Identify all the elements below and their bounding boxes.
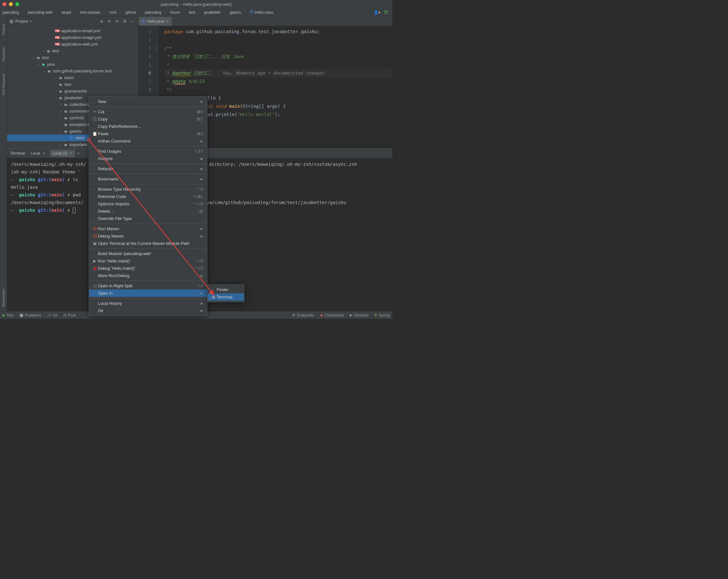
tree-folder[interactable]: ›🖿guavacache [7, 88, 138, 94]
breadcrumb-item[interactable]: paicoding-web [26, 9, 54, 15]
menu-run-hello[interactable]: ▶Run 'Hello.main()'⌃⇧R [89, 257, 207, 265]
run-tool-button[interactable]: ▶Run [3, 313, 14, 318]
class-icon [70, 136, 73, 140]
tree-folder[interactable]: ⌄🖿com.github.paicoding.forum.test [7, 67, 138, 74]
hide-icon[interactable]: — [130, 19, 136, 24]
yml-icon: YML [55, 29, 60, 32]
spring-tool-button[interactable]: ❋Spring [374, 313, 390, 318]
breadcrumb-item[interactable]: com [108, 9, 118, 15]
collapse-all-icon[interactable]: ⇄ [115, 19, 120, 24]
package-icon: 🖿 [58, 89, 63, 93]
tree-folder[interactable]: ›🖿basic [7, 74, 138, 81]
services-tool-button[interactable]: ▶Services [349, 313, 368, 318]
tree-file[interactable]: YMLapplication-image.yml [7, 34, 138, 41]
close-icon[interactable]: × [70, 151, 72, 156]
package-icon: 🖿 [63, 116, 68, 120]
breadcrumb-item[interactable]: forum [169, 9, 182, 15]
tree-folder[interactable]: ›🖿test [7, 48, 138, 54]
tree-folder[interactable]: ›🖿dao [7, 81, 138, 88]
tree-folder[interactable]: ⌄🖿java [7, 61, 138, 67]
menu-reformat-code[interactable]: Reformat Code⌥⌘L [89, 193, 207, 200]
menu-delete[interactable]: Delete…⌫ [89, 208, 207, 215]
select-opened-file-icon[interactable]: ⊕ [100, 19, 105, 24]
problems-tool-button[interactable]: ⬤Problems [20, 313, 41, 318]
close-icon[interactable]: × [43, 151, 45, 156]
sidebar-header: ▥ Project ▾ ⊕ ⇆ ⇄ ⚙ — [7, 17, 138, 26]
breadcrumb-item[interactable]: javabetter [203, 9, 223, 15]
breadcrumb-file[interactable]: Hello.class [249, 9, 275, 15]
bookmarks-tool-tab[interactable]: Bookmarks [1, 288, 6, 308]
run-icon: ▶ [92, 258, 98, 264]
package-icon: 🖿 [58, 96, 63, 100]
terminal-tab-local[interactable]: Local× [28, 150, 48, 157]
close-window-button[interactable] [3, 2, 6, 6]
menu-cut[interactable]: ✂Cut⌘X [89, 108, 207, 115]
package-icon: 🖿 [63, 130, 68, 133]
endpoints-tool-button[interactable]: 🗗Endpoints [292, 313, 314, 318]
project-icon: ▥ [9, 19, 14, 24]
breadcrumb-item[interactable]: test-classes [79, 9, 101, 15]
menu-copy-path[interactable]: Copy Path/Reference… [89, 123, 207, 130]
menu-more-run-debug[interactable]: More Run/Debug▶ [89, 272, 207, 279]
menu-debug-hello[interactable]: 🐞Debug 'Hello.main()'⌃⇧D [89, 265, 207, 272]
left-bottom-tool-strip: Bookmarks [0, 285, 7, 311]
close-tab-icon[interactable]: × [166, 19, 169, 24]
menu-open-right-split[interactable]: ◫Open in Right Split⇧⏎ [89, 282, 207, 290]
menu-optimize-imports[interactable]: Optimize Imports⌃⌥O [89, 200, 207, 208]
yml-icon: YML [55, 36, 60, 39]
pull-requests-tool-tab[interactable]: Pull Requests [1, 72, 6, 96]
tree-file[interactable]: YMLapplication-web.yml [7, 41, 138, 48]
submenu-terminal[interactable]: ▣Terminal [208, 293, 244, 301]
breadcrumb-bar: paicoding〉 paicoding-web〉 target〉 test-c… [0, 8, 392, 17]
breadcrumb-item[interactable]: paicoding [144, 9, 162, 15]
menu-refactor[interactable]: Refactor▶ [89, 165, 207, 172]
menu-paste[interactable]: 📋Paste⌘V [89, 130, 207, 137]
breadcrumb-item[interactable]: paicoding [1, 9, 20, 15]
project-view-select[interactable]: ▥ Project ▾ [9, 19, 32, 24]
menu-find-usages[interactable]: Find Usages⌥F7 [89, 148, 207, 155]
paste-icon: 📋 [92, 131, 98, 136]
menu-local-history[interactable]: Local History▶ [89, 300, 207, 307]
terminal-tab-local2[interactable]: Local (2)× [50, 150, 75, 157]
menu-git[interactable]: Git▶ [89, 307, 207, 314]
add-terminal-icon[interactable]: + [77, 151, 79, 156]
user-icon[interactable]: 👤▾ [373, 10, 380, 15]
menu-open-in[interactable]: Open In▶ [89, 290, 207, 297]
menu-open-terminal-maven[interactable]: ▣Open Terminal at the Current Maven Modu… [89, 240, 207, 247]
toolbar-right: 👤▾ ⚒ [373, 9, 391, 16]
breadcrumb-item[interactable]: target [60, 9, 73, 15]
menu-copy[interactable]: ⿻Copy⌘C [89, 115, 207, 123]
open-in-submenu: Finder ▣Terminal [207, 284, 244, 302]
breadcrumb-item[interactable]: gaishu [228, 9, 242, 15]
window-title: paicoding – Hello.java [paicoding-web] [161, 2, 232, 7]
menu-arthas[interactable]: Arthas Command▶ [89, 137, 207, 145]
submenu-finder[interactable]: Finder [208, 286, 244, 293]
expand-all-icon[interactable]: ⇆ [107, 19, 113, 24]
tree-folder[interactable]: ⌄🖿test [7, 54, 138, 61]
settings-icon[interactable]: ⚙ [123, 19, 128, 24]
minimize-window-button[interactable] [9, 2, 13, 6]
menu-new[interactable]: New▶ [89, 98, 207, 105]
project-tool-tab[interactable]: Project [1, 23, 6, 36]
menu-analyze[interactable]: Analyze▶ [89, 155, 207, 162]
package-icon: 🖿 [58, 83, 63, 86]
profiler-tool-button[interactable]: ◔Profi [63, 313, 76, 318]
menu-override-file-type[interactable]: Override File Type [89, 215, 207, 222]
checkstyle-tool-button[interactable]: ◉CheckStyle [320, 313, 344, 318]
structure-tool-tab[interactable]: Structure [1, 46, 6, 63]
menu-bookmarks[interactable]: Bookmarks▶ [89, 175, 207, 183]
class-icon [141, 20, 146, 23]
git-tool-button[interactable]: ⎇Git [47, 313, 57, 318]
maven-icon: ⓜ [92, 226, 98, 232]
build-icon[interactable]: ⚒ [384, 9, 389, 16]
menu-browse-type-hierarchy[interactable]: Browse Type Hierarchy⌃H [89, 186, 207, 193]
maximize-window-button[interactable] [15, 2, 19, 6]
breadcrumb-item[interactable]: github [124, 9, 137, 15]
menu-build-module[interactable]: Build Module 'paicoding-web' [89, 250, 207, 257]
left-tool-strip: Project Structure Pull Requests [0, 17, 7, 311]
editor-tab-hello[interactable]: Hello.java × [138, 17, 172, 26]
menu-run-maven[interactable]: ⓜRun Maven▶ [89, 225, 207, 232]
breadcrumb-item[interactable]: test [188, 9, 196, 15]
menu-debug-maven[interactable]: ⓜDebug Maven▶ [89, 232, 207, 240]
tree-file[interactable]: YMLapplication-email.yml [7, 27, 138, 34]
